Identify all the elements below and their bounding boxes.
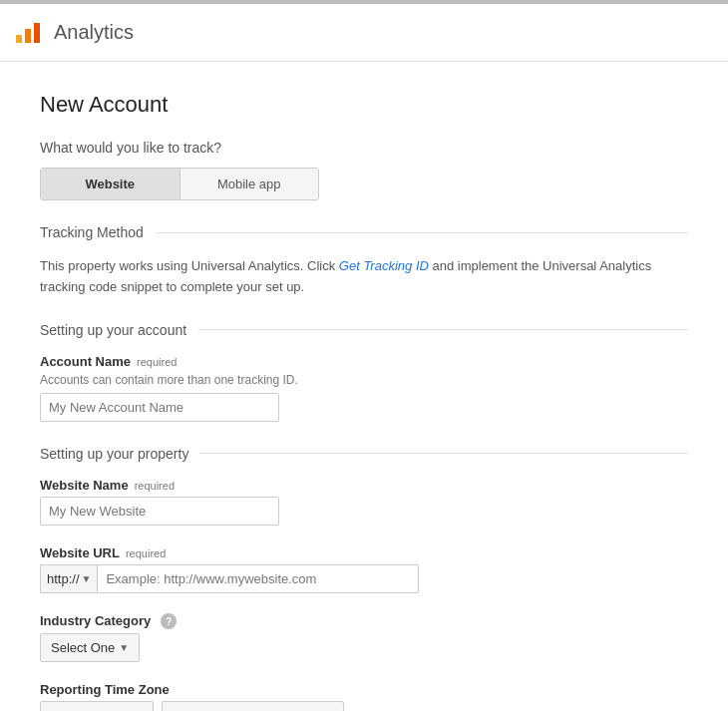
property-setup-header: Setting up your property [40, 446, 688, 462]
svg-rect-2 [34, 23, 40, 43]
industry-category-label-row: Industry Category ? [40, 613, 688, 630]
get-tracking-id-link[interactable]: Get Tracking ID [339, 258, 429, 273]
industry-category-help-icon[interactable]: ? [161, 613, 177, 629]
timezone-country-select[interactable]: United States ▼ [40, 701, 154, 711]
analytics-logo [16, 22, 42, 44]
tracking-method-title: Tracking Method [40, 224, 144, 240]
timezone-tz-select[interactable]: (GMT-07:00) Pacific Time ▼ [162, 701, 344, 711]
website-url-label-row: Website URL required [40, 545, 688, 560]
track-label: What would you like to track? [40, 140, 688, 156]
reporting-timezone-field-group: Reporting Time Zone United States ▼ (GMT… [40, 682, 688, 711]
svg-rect-1 [25, 29, 31, 43]
website-url-label: Website URL [40, 545, 120, 560]
account-name-label-row: Account Name required [40, 354, 688, 369]
svg-rect-0 [16, 35, 22, 43]
industry-category-select[interactable]: Select One ▼ [40, 633, 140, 662]
property-setup-divider [200, 453, 688, 454]
account-name-input[interactable] [40, 393, 279, 422]
app-title: Analytics [54, 21, 134, 44]
url-protocol-text: http:// [47, 571, 80, 586]
main-content: New Account What would you like to track… [0, 62, 728, 711]
website-url-input[interactable] [97, 564, 419, 593]
account-setup-header: Setting up your account [40, 322, 688, 338]
website-name-field-group: Website Name required [40, 478, 688, 526]
account-setup-divider [198, 329, 688, 330]
url-protocol-dropdown[interactable]: http:// ▼ [40, 564, 97, 593]
timezone-row: United States ▼ (GMT-07:00) Pacific Time… [40, 701, 688, 711]
reporting-timezone-label: Reporting Time Zone [40, 682, 170, 697]
website-url-required: required [126, 547, 166, 559]
track-type-tabs: Website Mobile app [40, 168, 319, 200]
tracking-method-divider [156, 232, 688, 233]
url-protocol-chevron-icon: ▼ [82, 573, 92, 584]
reporting-timezone-label-row: Reporting Time Zone [40, 682, 688, 697]
tab-website[interactable]: Website [41, 169, 181, 199]
property-setup-section: Setting up your property Website Name re… [40, 446, 688, 711]
website-url-field-group: Website URL required http:// ▼ [40, 545, 688, 593]
account-name-field-group: Account Name required Accounts can conta… [40, 354, 688, 422]
page-title: New Account [40, 92, 688, 118]
account-name-hint: Accounts can contain more than one track… [40, 373, 688, 387]
website-name-label-row: Website Name required [40, 478, 688, 493]
industry-category-label: Industry Category [40, 613, 151, 628]
tracking-method-description: This property works using Universal Anal… [40, 256, 688, 298]
analytics-logo-icon [16, 22, 42, 44]
header: Analytics [0, 4, 728, 62]
website-name-required: required [135, 480, 175, 492]
url-input-row: http:// ▼ [40, 564, 419, 593]
industry-category-select-label: Select One [51, 640, 115, 655]
industry-category-field-group: Industry Category ? Select One ▼ [40, 613, 688, 663]
account-setup-section: Setting up your account Account Name req… [40, 322, 688, 422]
industry-select-chevron-icon: ▼ [119, 642, 129, 653]
property-setup-title: Setting up your property [40, 446, 188, 462]
account-name-required: required [137, 356, 177, 368]
tab-mobile-app[interactable]: Mobile app [181, 169, 319, 199]
tracking-method-section: Tracking Method This property works usin… [40, 224, 688, 298]
account-setup-title: Setting up your account [40, 322, 186, 338]
website-name-label: Website Name [40, 478, 129, 493]
account-name-label: Account Name [40, 354, 131, 369]
tracking-method-header: Tracking Method [40, 224, 688, 240]
website-name-input[interactable] [40, 497, 279, 526]
tracking-desc-text1: This property works using Universal Anal… [40, 258, 339, 273]
